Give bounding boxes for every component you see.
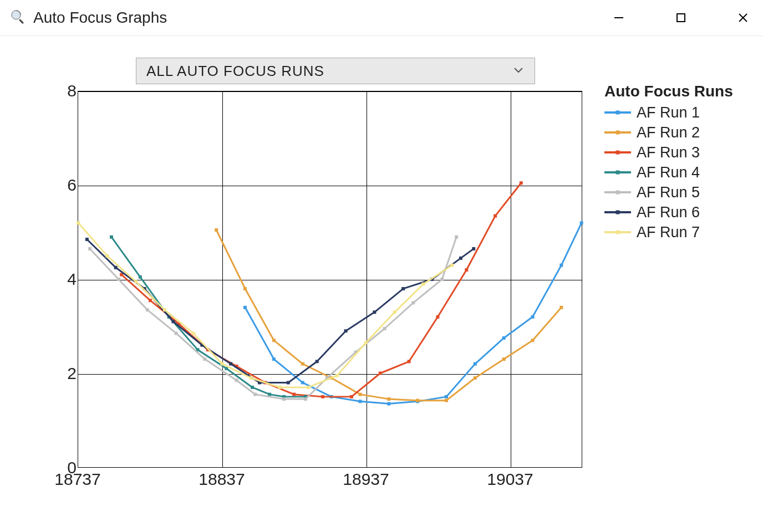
series-marker [139,275,142,279]
series-marker [440,278,444,281]
series-marker [77,221,80,224]
window-title: Auto Focus Graphs [33,9,167,27]
series-marker [580,221,583,224]
series-line [87,239,474,382]
legend-item[interactable]: AF Run 7 [604,222,733,242]
series-marker [88,247,91,250]
legend-swatch [604,171,631,173]
series-line [78,223,452,387]
legend-label: AF Run 4 [637,162,700,182]
series-marker [307,386,310,389]
maximize-button[interactable] [672,9,690,27]
series-marker [364,341,368,344]
series-marker [520,181,523,185]
x-tick-label: 18837 [199,470,245,489]
series-marker [502,357,506,361]
legend-label: AF Run 1 [637,103,700,122]
series-marker [278,386,281,389]
legend-label: AF Run 6 [637,202,700,222]
series-marker [215,228,218,232]
series-marker [416,399,419,402]
legend-title: Auto Focus Runs [604,83,733,100]
legend-item[interactable]: AF Run 4 [604,162,733,182]
series-line [111,237,306,397]
titlebar-left: Auto Focus Graphs [10,9,167,27]
series-marker [117,278,120,281]
series-marker [114,266,118,269]
series-marker [383,327,386,330]
series-marker [243,306,247,309]
series-marker [393,310,396,314]
series-marker [249,376,252,380]
series-marker [373,310,376,314]
series-marker [272,357,276,361]
series-line [216,230,561,401]
series-marker [192,331,195,335]
window-controls [610,9,752,27]
series-marker [408,360,411,363]
series-marker [459,257,462,260]
series-marker [358,393,362,396]
series-marker [559,264,563,267]
plot [78,91,582,468]
series-marker [171,320,175,323]
series-marker [146,308,149,311]
series-marker [316,360,319,363]
series-marker [272,339,276,342]
series-marker [559,306,563,309]
series-marker [474,362,477,366]
series-marker [287,381,290,384]
series-marker [422,282,425,285]
titlebar: Auto Focus Graphs [0,0,763,36]
legend-label: AF Run 2 [637,122,700,142]
legend-label: AF Run 3 [637,142,700,162]
series-marker [379,372,382,375]
svg-rect-3 [677,14,685,22]
series-marker [474,376,477,380]
chevron-down-icon [512,64,525,78]
x-tick-label: 18737 [54,470,100,489]
legend-item[interactable]: AF Run 6 [604,202,733,222]
series-marker [235,378,238,382]
series-marker [282,397,286,401]
legend-swatch [604,151,631,154]
series-marker [387,402,390,406]
series-marker [445,395,448,398]
y-tick-label: 2 [52,364,77,383]
minimize-button[interactable] [610,9,628,27]
dropdown-selected-text: ALL AUTO FOCUS RUNS [146,63,324,80]
content-area: ALL AUTO FOCUS RUNS 02468 18737188371893… [0,35,763,532]
series-marker [163,308,166,311]
series-marker [301,381,304,384]
series-line [90,237,456,399]
close-button[interactable] [734,9,752,27]
svg-rect-1 [19,19,24,24]
series-marker [105,254,109,258]
series-marker [350,395,353,398]
series-marker [321,395,324,398]
series-marker [304,397,307,401]
legend-swatch [604,111,631,114]
x-tick-label: 19037 [487,470,533,489]
legend-item[interactable]: AF Run 5 [604,182,733,202]
series-marker [531,339,535,342]
series-marker [358,400,362,403]
legend-item[interactable]: AF Run 3 [604,142,733,162]
series-marker [494,214,497,218]
series-marker [455,236,458,239]
legend-swatch [604,231,631,233]
series-marker [502,336,506,340]
legend-label: AF Run 5 [637,182,700,202]
series-marker [436,315,439,319]
legend-label: AF Run 7 [637,222,700,242]
runs-dropdown[interactable]: ALL AUTO FOCUS RUNS [136,58,535,84]
legend-item[interactable]: AF Run 2 [604,122,733,142]
telescope-icon [10,9,28,27]
series-marker [203,357,206,361]
series-marker [268,393,271,396]
series-marker [335,374,339,377]
legend-swatch [604,211,631,213]
series-marker [221,362,224,366]
y-tick-label: 4 [52,270,77,289]
legend-item[interactable]: AF Run 1 [604,103,733,122]
